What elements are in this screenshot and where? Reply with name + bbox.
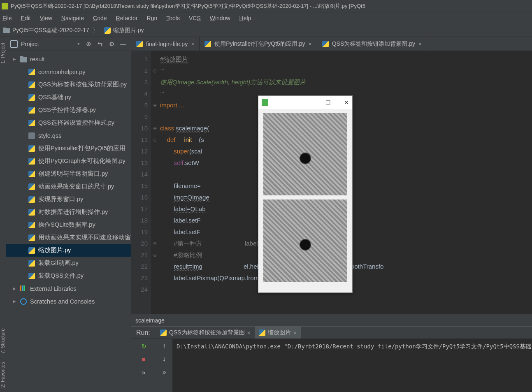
- py-icon: [28, 247, 35, 254]
- left-tab-project[interactable]: 1: Project: [0, 43, 6, 64]
- minimize-icon[interactable]: —: [307, 99, 312, 106]
- app-icon: [2, 3, 8, 9]
- expander-icon[interactable]: ▶: [13, 299, 18, 304]
- file-label: QSS选择器设置控件样式.py: [38, 119, 114, 127]
- fold-column[interactable]: ⊖ ⊕ ⊖⊖ ⊖⊖: [151, 51, 158, 314]
- more-icon[interactable]: »: [163, 369, 166, 376]
- python-icon: [259, 329, 265, 336]
- file-label: 实现异形窗口.py: [38, 195, 83, 203]
- run-tab[interactable]: QSS为标签和按钮添加背景图×: [156, 327, 255, 339]
- project-file-style.qss[interactable]: style.qss: [6, 129, 131, 142]
- editor-tab[interactable]: final-login-file.py×: [131, 37, 200, 51]
- project-file-QSS基础.py[interactable]: QSS基础.py: [6, 91, 131, 104]
- left-tab-favorites[interactable]: 2: Favorites: [0, 362, 6, 388]
- python-icon: [136, 41, 143, 47]
- close-icon[interactable]: ×: [418, 41, 422, 47]
- menu-code[interactable]: Code: [93, 15, 107, 21]
- project-file-创建透明与半透明窗口.py[interactable]: 创建透明与半透明窗口.py: [6, 167, 131, 180]
- up-icon[interactable]: ↑: [163, 342, 166, 350]
- menu-navigate[interactable]: Navigate: [61, 15, 84, 21]
- left-tab-structure[interactable]: 7: Structure: [0, 328, 6, 354]
- py-icon: [28, 196, 35, 203]
- stop-icon[interactable]: ■: [142, 356, 146, 363]
- tree-scratches[interactable]: ▶Scratches and Consoles: [6, 295, 131, 308]
- project-file-commonhelper.py[interactable]: commonhelper.py: [6, 65, 131, 78]
- menu-refactor[interactable]: Refactor: [116, 15, 138, 21]
- app-titlebar: — ☐ ✕: [258, 96, 352, 109]
- project-file-QSS子控件选择器.py[interactable]: QSS子控件选择器.py: [6, 104, 131, 116]
- collapse-icon[interactable]: ⇆: [96, 40, 104, 48]
- close-icon[interactable]: ×: [191, 41, 194, 47]
- python-icon: [104, 27, 111, 34]
- breadcrumb-folder[interactable]: PyQt5中QSS基础-2020-02-17: [12, 27, 89, 34]
- chevron-right-icon: 〉: [93, 27, 98, 34]
- menu-run[interactable]: Run: [147, 15, 158, 21]
- tree-label: Scratches and Consoles: [30, 298, 95, 305]
- menu-view[interactable]: View: [40, 15, 52, 21]
- pyqt-app-window[interactable]: — ☐ ✕: [258, 95, 353, 293]
- tab-label: QSS为标签和按钮添加背景图.py: [332, 40, 415, 48]
- more-icon[interactable]: »: [142, 369, 146, 376]
- menu-window[interactable]: Window: [210, 15, 230, 21]
- py-icon: [28, 260, 35, 267]
- gear-icon[interactable]: ⚙: [108, 40, 115, 48]
- menu-file[interactable]: File: [2, 15, 12, 21]
- project-file-使用PyQtGraph来可视化绘图.py[interactable]: 使用PyQtGraph来可视化绘图.py: [6, 155, 131, 167]
- project-file-QSS为标签和按钮添加背景图.py[interactable]: QSS为标签和按钮添加背景图.py: [6, 78, 131, 91]
- project-file-result[interactable]: ▶result: [6, 53, 131, 65]
- py-icon: [28, 81, 35, 88]
- hide-icon[interactable]: —: [119, 40, 127, 48]
- project-file-对数据库进行增删操作.py[interactable]: 对数据库进行增删操作.py: [6, 206, 131, 218]
- close-icon[interactable]: ×: [293, 329, 297, 336]
- project-file-用动画效果来实现不同速度移动窗[interactable]: 用动画效果来实现不同速度移动窗: [6, 231, 131, 244]
- editor-breadcrumb[interactable]: scaleimage: [131, 314, 532, 326]
- close-icon[interactable]: ×: [309, 41, 312, 47]
- run-tab-label: QSS为标签和按钮添加背景图: [169, 329, 245, 336]
- close-icon[interactable]: ✕: [344, 99, 349, 106]
- down-icon[interactable]: ↓: [163, 355, 166, 363]
- py-icon: [28, 145, 35, 152]
- project-file-动画效果改变窗口的尺寸.py[interactable]: 动画效果改变窗口的尺寸.py: [6, 180, 131, 193]
- menu-tools[interactable]: Tools: [166, 15, 180, 21]
- project-view-label[interactable]: Project: [21, 41, 74, 47]
- scaled-image-2: [263, 199, 347, 282]
- editor-tab[interactable]: 使用Pyinstaller打包PyQt5的应用.py×: [200, 37, 317, 51]
- close-icon[interactable]: ×: [247, 329, 251, 336]
- tree-label: External Libraries: [30, 285, 77, 292]
- file-label: 装载QSS文件.py: [38, 272, 84, 280]
- project-file-缩放图片.py[interactable]: 缩放图片.py: [6, 244, 131, 257]
- locate-icon[interactable]: ⊕: [85, 40, 92, 48]
- menu-help[interactable]: Help: [239, 15, 251, 21]
- chevron-down-icon[interactable]: ▼: [77, 42, 81, 46]
- editor-tabs: final-login-file.py× 使用Pyinstaller打包PyQt…: [131, 37, 532, 51]
- project-file-操作SQLite数据库.py[interactable]: 操作SQLite数据库.py: [6, 218, 131, 231]
- project-file-QSS选择器设置控件样式.py[interactable]: QSS选择器设置控件样式.py: [6, 116, 131, 129]
- left-tool-strip: 1: Project 7: Structure 2: Favorites: [0, 37, 6, 392]
- py-icon: [28, 234, 35, 241]
- run-tab[interactable]: 缩放图片×: [255, 327, 301, 339]
- menu-vcs[interactable]: VCS: [189, 15, 201, 21]
- breadcrumb-file[interactable]: 缩放图片.py: [113, 27, 144, 34]
- tab-label: final-login-file.py: [146, 41, 188, 47]
- expander-icon[interactable]: ▶: [13, 57, 18, 61]
- file-label: QSS基础.py: [38, 93, 71, 101]
- run-toolbar-2: ↑ ↓ »: [156, 339, 172, 392]
- project-file-使用Pyinstaller打包PyQt5的应用[interactable]: 使用Pyinstaller打包PyQt5的应用: [6, 142, 131, 155]
- window-title: PyQt5中QSS基础-2020-02-17 [D:\Byrbt2018\Rec…: [11, 2, 365, 10]
- project-tree[interactable]: ▶resultcommonhelper.pyQSS为标签和按钮添加背景图.pyQ…: [6, 51, 131, 392]
- project-file-装载QSS文件.py[interactable]: 装载QSS文件.py: [6, 269, 131, 282]
- menu-edit[interactable]: Edit: [21, 15, 31, 21]
- run-output[interactable]: D:\Install\ANACONDA\python.exe "D:/Byrbt…: [172, 339, 532, 392]
- expander-icon[interactable]: ▶: [13, 286, 18, 291]
- tab-label: 使用Pyinstaller打包PyQt5的应用.py: [214, 40, 305, 48]
- project-file-装载Gif动画.py[interactable]: 装载Gif动画.py: [6, 257, 131, 269]
- tree-ext_lib[interactable]: ▶External Libraries: [6, 282, 131, 295]
- editor-tab[interactable]: QSS为标签和按钮添加背景图.py×: [317, 37, 427, 51]
- project-file-实现异形窗口.py[interactable]: 实现异形窗口.py: [6, 193, 131, 206]
- rerun-icon[interactable]: ↻: [141, 342, 146, 350]
- maximize-icon[interactable]: ☐: [325, 99, 331, 106]
- py-icon: [28, 222, 35, 228]
- py-icon: [28, 120, 35, 126]
- file-label: 用动画效果来实现不同速度移动窗: [38, 234, 131, 241]
- file-label: 缩放图片.py: [38, 246, 71, 254]
